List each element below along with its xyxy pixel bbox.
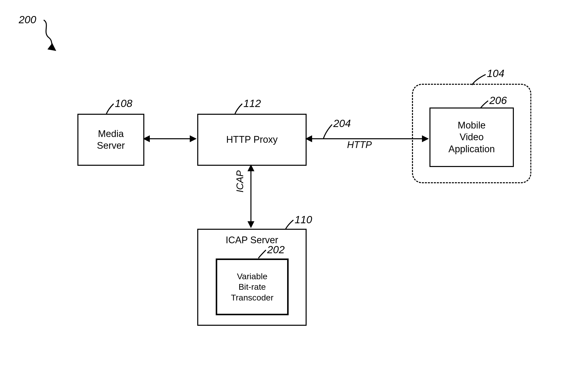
edge-ref-204-tick bbox=[0, 0, 588, 384]
http-proxy-label: HTTP Proxy bbox=[226, 134, 278, 146]
edge-label-http: HTTP bbox=[347, 140, 372, 150]
mobile-group-ref: 104 bbox=[487, 68, 504, 80]
transcoder-box: Variable Bit-rate Transcoder bbox=[216, 258, 289, 315]
edge-label-icap: ICAP bbox=[235, 170, 245, 192]
mobile-app-ref-tick bbox=[0, 0, 588, 384]
mobile-app-label: Mobile Video Application bbox=[448, 120, 495, 155]
transcoder-ref-tick bbox=[0, 0, 588, 384]
transcoder-ref: 202 bbox=[267, 244, 285, 256]
connectors bbox=[0, 0, 588, 384]
mobile-app-ref: 206 bbox=[489, 94, 507, 106]
icap-server-label: ICAP Server bbox=[198, 234, 306, 246]
icap-server-ref: 110 bbox=[295, 214, 312, 226]
icap-server-ref-tick bbox=[0, 0, 588, 384]
http-proxy-ref: 112 bbox=[243, 98, 261, 110]
edge-ref-204: 204 bbox=[333, 118, 351, 130]
http-proxy-box: HTTP Proxy bbox=[197, 114, 307, 166]
icap-server-box: ICAP Server Variable Bit-rate Transcoder bbox=[197, 229, 307, 326]
media-server-box: Media Server bbox=[77, 114, 144, 166]
mobile-group-ref-tick bbox=[0, 0, 588, 384]
figure-ref-200: 200 bbox=[19, 14, 36, 26]
mobile-app-box: Mobile Video Application bbox=[429, 108, 514, 167]
figure-ref-arrow bbox=[0, 0, 588, 384]
http-proxy-ref-tick bbox=[0, 0, 588, 384]
transcoder-label: Variable Bit-rate Transcoder bbox=[231, 271, 274, 303]
media-server-ref-tick bbox=[0, 0, 588, 384]
media-server-label: Media Server bbox=[97, 128, 125, 152]
media-server-ref: 108 bbox=[115, 98, 132, 110]
